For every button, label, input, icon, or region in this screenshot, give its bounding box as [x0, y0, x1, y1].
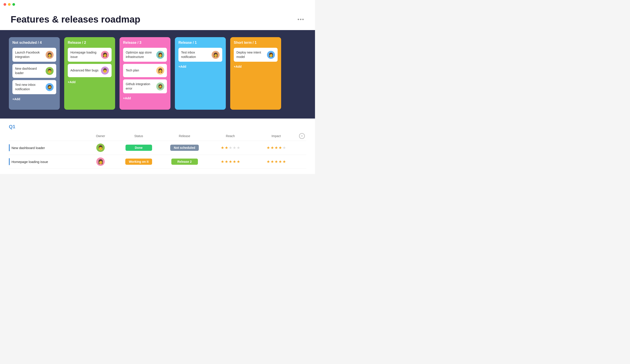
card[interactable]: Advanced filter bugs👨 [68, 64, 112, 77]
row-name-text: New dashboard loader [12, 146, 45, 150]
add-card-button[interactable]: +Add [234, 65, 278, 68]
row-reach-cell: ★★★★★ [208, 145, 253, 150]
column-release-2: Release / 2Homepage loading issue👩Advanc… [64, 37, 115, 110]
card[interactable]: Launch Facebook integration👩 [12, 48, 56, 62]
impact-stars: ★★★★★ [266, 145, 286, 150]
row-status-cell[interactable]: Done [116, 145, 162, 151]
page-title: Features & releases roadmap [11, 14, 140, 25]
board-area: Not scheduled / 4Launch Facebook integra… [0, 30, 315, 118]
card[interactable]: Optimize app store infrastructure👩 [123, 48, 167, 62]
card-text: Github integration error [126, 82, 154, 91]
row-reach-cell: ★★★★★ [208, 159, 253, 164]
avatar: 👨 [96, 143, 105, 152]
release-badge: Release 2 [171, 159, 198, 165]
row-name-cell: Homepage loading issue [9, 158, 85, 165]
column-header: Release / 3 [123, 41, 167, 45]
card-text: Test inbox notification [181, 50, 210, 59]
reach-stars: ★★★★★ [221, 145, 240, 150]
card-text: New dashboard loader [15, 66, 44, 75]
star-filled[interactable]: ★ [221, 145, 224, 150]
row-impact-cell: ★★★★★ [253, 159, 299, 164]
col-header-plus: + [299, 133, 306, 139]
avatar: 👨 [46, 67, 54, 75]
star-filled[interactable]: ★ [233, 159, 236, 164]
avatar: 👩 [96, 157, 105, 166]
traffic-light-yellow[interactable] [8, 3, 11, 6]
star-filled[interactable]: ★ [278, 145, 282, 150]
row-status-cell[interactable]: Working on it [116, 159, 162, 165]
avatar: 👩 [101, 51, 109, 59]
card[interactable]: Github integration error🧔 [123, 79, 167, 93]
star-empty[interactable]: ★ [229, 145, 232, 150]
add-card-button[interactable]: +Add [12, 97, 56, 101]
star-filled[interactable]: ★ [225, 159, 228, 164]
star-filled[interactable]: ★ [237, 159, 240, 164]
row-release-cell[interactable]: Not scheduled [162, 145, 208, 151]
col-header-release: Release [162, 134, 208, 138]
table-row[interactable]: New dashboard loader👨DoneNot scheduled★★… [9, 141, 306, 155]
card-text: Advanced filter bugs [70, 68, 99, 73]
column-header: Not scheduled / 4 [12, 41, 56, 45]
table-row[interactable]: Homepage loading issue👩Working on itRele… [9, 155, 306, 169]
star-filled[interactable]: ★ [225, 145, 228, 150]
star-filled[interactable]: ★ [270, 159, 274, 164]
card[interactable]: Homepage loading issue👩 [68, 48, 112, 62]
card-text: Optimize app store infrastructure [126, 50, 154, 59]
avatar: 👩 [156, 66, 164, 74]
star-empty[interactable]: ★ [237, 145, 240, 150]
card[interactable]: Test inbox notification👩 [178, 48, 222, 62]
star-empty[interactable]: ★ [233, 145, 236, 150]
star-filled[interactable]: ★ [229, 159, 232, 164]
add-card-button[interactable]: +Add [68, 80, 112, 84]
star-filled[interactable]: ★ [274, 159, 278, 164]
card-text: Launch Facebook integration [15, 50, 44, 59]
header: Features & releases roadmap ••• [0, 9, 315, 30]
star-filled[interactable]: ★ [221, 159, 224, 164]
star-filled[interactable]: ★ [282, 159, 286, 164]
avatar: 👨 [101, 66, 109, 74]
impact-stars: ★★★★★ [266, 159, 286, 164]
card[interactable]: Tech plan👩 [123, 64, 167, 77]
card-text: Deploy new intent model [236, 50, 265, 59]
row-owner-cell: 👨 [85, 143, 116, 152]
row-border-indicator [9, 144, 10, 151]
row-border-indicator [9, 158, 10, 165]
traffic-light-red[interactable] [4, 3, 6, 6]
column-header: Release / 1 [178, 41, 222, 45]
avatar: 👩 [212, 51, 220, 59]
table-rows: New dashboard loader👨DoneNot scheduled★★… [9, 141, 306, 169]
col-header-owner: Owner [85, 134, 116, 138]
add-card-button[interactable]: +Add [178, 65, 222, 68]
star-filled[interactable]: ★ [270, 145, 274, 150]
row-name-cell: New dashboard loader [9, 144, 85, 151]
row-impact-cell: ★★★★★ [253, 145, 299, 150]
avatar: 🧔 [46, 83, 54, 91]
star-filled[interactable]: ★ [274, 145, 278, 150]
card[interactable]: New dashboard loader👨 [12, 64, 56, 78]
release-badge: Not scheduled [170, 145, 198, 151]
card[interactable]: Deploy new intent model👩 [234, 48, 278, 62]
star-filled[interactable]: ★ [266, 159, 270, 164]
row-name-text: Homepage loading issue [12, 160, 48, 164]
avatar: 🧔 [156, 82, 164, 90]
column-not-scheduled: Not scheduled / 4Launch Facebook integra… [9, 37, 60, 110]
star-filled[interactable]: ★ [278, 159, 282, 164]
more-button[interactable]: ••• [298, 16, 304, 22]
star-filled[interactable]: ★ [266, 145, 270, 150]
row-release-cell[interactable]: Release 2 [162, 159, 208, 165]
add-card-button[interactable]: +Add [123, 96, 167, 100]
reach-stars: ★★★★★ [221, 159, 240, 164]
column-release-1: Release / 1Test inbox notification👩+Add [175, 37, 226, 110]
traffic-light-green[interactable] [12, 3, 15, 6]
col-header-impact: Impact [253, 134, 299, 138]
add-column-button[interactable]: + [299, 133, 305, 139]
title-bar [0, 0, 315, 9]
star-empty[interactable]: ★ [282, 145, 286, 150]
status-badge: Working on it [125, 159, 152, 165]
card-text: Test new inbox notification [15, 83, 44, 91]
row-owner-cell: 👩 [85, 157, 116, 166]
card[interactable]: Test new inbox notification🧔 [12, 80, 56, 94]
table: Owner Status Release Reach Impact + New … [9, 133, 306, 169]
status-badge: Done [126, 145, 152, 151]
avatar: 👩 [156, 51, 164, 59]
